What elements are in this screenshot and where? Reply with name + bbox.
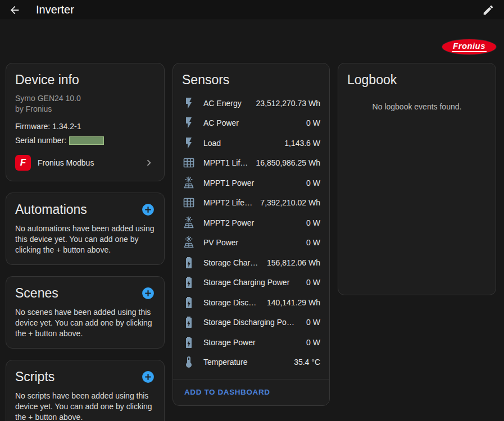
- logbook-empty-text: No logbook events found.: [347, 102, 487, 111]
- arrow-left-icon: [8, 4, 21, 16]
- sensor-name: Storage Discharging Power: [203, 318, 298, 327]
- sensor-name: AC Energy: [203, 99, 248, 108]
- sensor-name: MPPT2 Power: [203, 218, 298, 227]
- integration-label: Fronius Modbus: [38, 158, 94, 167]
- sensor-value: 35.4 °C: [294, 358, 320, 367]
- pencil-icon: [482, 4, 494, 16]
- plus-circle-icon: [141, 370, 155, 384]
- sensor-value: 0 W: [306, 278, 320, 287]
- scenes-title: Scenes: [15, 286, 58, 301]
- add-to-dashboard-button[interactable]: ADD TO DASHBOARD: [184, 388, 270, 396]
- device-manufacturer: by Fronius: [15, 104, 155, 115]
- edit-device-button[interactable]: [482, 3, 495, 17]
- sensor-value: 0 W: [306, 238, 320, 247]
- flash-icon: [182, 136, 196, 150]
- sensor-row[interactable]: Load 1,143.6 W: [182, 133, 320, 153]
- battery-icon: [182, 276, 196, 289]
- add-script-button[interactable]: [140, 370, 155, 385]
- sensor-row[interactable]: Storage Power 0 W: [182, 332, 320, 353]
- sensor-name: Temperature: [203, 358, 286, 367]
- sensor-value: 0 W: [306, 218, 320, 227]
- sensor-name: MPPT1 Power: [203, 179, 298, 187]
- page-title: Inverter: [36, 3, 74, 16]
- plus-circle-icon: [141, 203, 155, 217]
- scripts-title: Scripts: [15, 369, 55, 385]
- thermometer-icon: [182, 355, 196, 369]
- scripts-empty-text: No scripts have been added using this de…: [15, 391, 155, 421]
- flash-icon: [182, 116, 196, 130]
- sensor-value: 0 W: [306, 318, 320, 327]
- sensor-row[interactable]: Temperature 35.4 °C: [182, 353, 320, 373]
- solar-icon: [182, 236, 196, 249]
- add-automation-button[interactable]: [140, 203, 155, 217]
- automations-empty-text: No automations have been added using thi…: [15, 223, 155, 255]
- sensor-row[interactable]: Storage Dischargin… 140,141.29 Wh: [182, 292, 320, 313]
- sensor-name: Storage Charging L…: [203, 258, 259, 267]
- sensor-row[interactable]: Storage Charging Power 0 W: [182, 273, 320, 293]
- app-header: Inverter: [0, 0, 504, 20]
- sensor-name: MPPT2 Lifetime …: [203, 198, 252, 207]
- automations-card: Automations No automations have been add…: [6, 193, 165, 265]
- serial-number-label: Serial number:: [15, 136, 66, 145]
- sensors-card-actions: ADD TO DASHBOARD: [173, 379, 329, 405]
- flash-icon: [182, 97, 196, 110]
- scripts-card: Scripts No scripts have been added using…: [6, 360, 165, 421]
- right-column: Logbook No logbook events found.: [338, 63, 496, 295]
- brand-row: Fronius: [0, 20, 504, 63]
- sensor-value: 1,143.6 W: [284, 139, 320, 148]
- logbook-title: Logbook: [347, 72, 487, 88]
- sensor-name: Storage Dischargin…: [203, 298, 259, 307]
- battery-icon: [182, 336, 196, 349]
- sensor-row[interactable]: Storage Discharging Power 0 W: [182, 313, 320, 333]
- back-button[interactable]: [8, 3, 21, 17]
- sensor-row[interactable]: Storage Charging L… 156,812.06 Wh: [182, 253, 320, 273]
- scenes-card: Scenes No scenes have been added using t…: [6, 276, 165, 349]
- sensor-value: 0 W: [306, 179, 320, 187]
- battery-icon: [182, 315, 196, 329]
- sensor-name: AC Power: [203, 118, 298, 127]
- fronius-logo: Fronius: [442, 39, 496, 54]
- grid-icon: [182, 196, 196, 209]
- grid-icon: [182, 156, 196, 170]
- sensor-row[interactable]: MPPT2 Power 0 W: [182, 213, 320, 233]
- device-firmware: Firmware: 1.34.2-1: [15, 121, 155, 132]
- sensor-name: PV Power: [203, 238, 298, 247]
- plus-circle-icon: [141, 286, 155, 300]
- scenes-empty-text: No scenes have been added using this dev…: [15, 307, 155, 339]
- sensor-value: 16,850,986.25 Wh: [256, 158, 320, 167]
- automations-title: Automations: [15, 202, 87, 217]
- sensor-name: MPPT1 Lifetime…: [203, 158, 248, 167]
- device-model: Symo GEN24 10.0: [15, 93, 155, 104]
- battery-icon: [182, 296, 196, 309]
- sensor-name: Load: [203, 139, 276, 148]
- sensor-value: 0 W: [306, 118, 320, 127]
- logbook-card: Logbook No logbook events found.: [338, 63, 496, 295]
- sensor-row[interactable]: MPPT1 Lifetime… 16,850,986.25 Wh: [182, 153, 320, 173]
- device-info-card: Device info Symo GEN24 10.0 by Fronius F…: [6, 63, 165, 181]
- sensor-list: AC Energy 23,512,270.73 Wh AC Power 0 W …: [173, 93, 329, 376]
- sensor-value: 156,812.06 Wh: [267, 258, 320, 267]
- sensor-name: Storage Power: [203, 338, 298, 347]
- left-column: Device info Symo GEN24 10.0 by Fronius F…: [6, 63, 165, 421]
- sensor-row[interactable]: PV Power 0 W: [182, 233, 320, 253]
- sensor-row[interactable]: MPPT2 Lifetime … 7,392,210.02 Wh: [182, 193, 320, 213]
- device-serial-row: Serial number:: [15, 136, 155, 145]
- integration-link-fronius-modbus[interactable]: F Fronius Modbus: [15, 154, 155, 172]
- sensor-value: 0 W: [306, 338, 320, 347]
- add-scene-button[interactable]: [140, 286, 155, 301]
- solar-icon: [182, 216, 196, 230]
- sensor-row[interactable]: AC Power 0 W: [182, 113, 320, 134]
- sensor-row[interactable]: AC Energy 23,512,270.73 Wh: [182, 93, 320, 113]
- sensor-value: 140,141.29 Wh: [267, 298, 320, 307]
- sensors-title: Sensors: [173, 72, 329, 88]
- sensors-card: Sensors AC Energy 23,512,270.73 Wh AC Po…: [172, 63, 330, 406]
- device-page: Device info Symo GEN24 10.0 by Fronius F…: [0, 63, 504, 421]
- fronius-integration-icon: F: [15, 155, 31, 171]
- sensor-value: 23,512,270.73 Wh: [256, 99, 320, 108]
- sensor-row[interactable]: MPPT1 Power 0 W: [182, 173, 320, 193]
- solar-icon: [182, 176, 196, 190]
- middle-column: Sensors AC Energy 23,512,270.73 Wh AC Po…: [172, 63, 330, 406]
- battery-icon: [182, 256, 196, 269]
- fronius-logo-text: Fronius: [452, 42, 487, 52]
- serial-redaction-box: [69, 136, 104, 145]
